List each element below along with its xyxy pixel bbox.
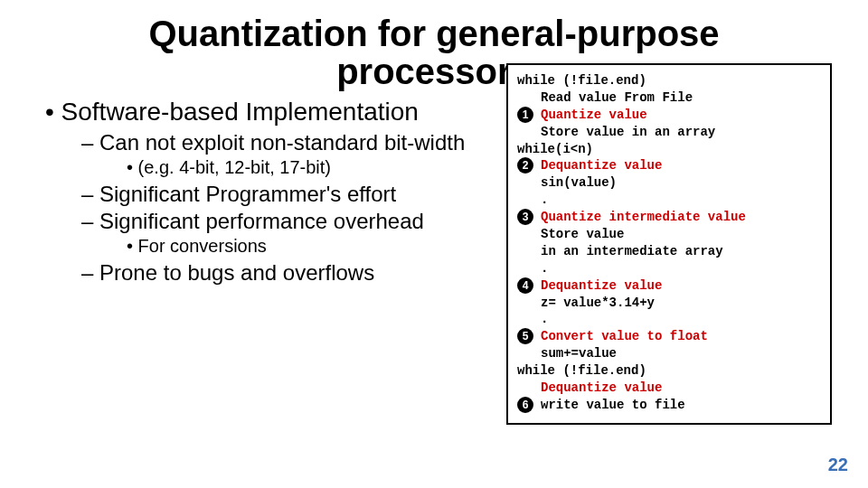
code-text-highlight: Dequantize value (541, 157, 662, 174)
slide: Quantization for general-purpose process… (0, 0, 868, 488)
code-line: 5 Convert value to float (517, 328, 821, 345)
bullet-l2: Prone to bugs and overflows (81, 260, 488, 286)
code-text-highlight: Dequantize value (541, 277, 662, 295)
code-line: while (!file.end) (517, 72, 821, 89)
code-line: 3 Quantize intermediate value (517, 209, 821, 226)
code-box: while (!file.end) Read value From File 1… (506, 63, 832, 425)
bullet-l2: Can not exploit non-standard bit-width (81, 130, 488, 155)
code-text-highlight: Quantize intermediate value (541, 209, 746, 226)
code-line: 1 Quantize value (517, 107, 821, 124)
code-line: sum+=value (517, 345, 821, 362)
code-line: 4 Dequantize value (517, 277, 821, 295)
code-line: sin(value) (517, 174, 821, 192)
code-text: while (!file.end) (517, 72, 646, 89)
code-line: in an intermediate array (517, 243, 821, 260)
code-text: in an intermediate array (541, 243, 723, 260)
code-line: Store value in an array (517, 124, 821, 141)
code-line: Read value From File (517, 89, 821, 107)
code-text: Store value (541, 226, 624, 243)
code-text: write value to file (541, 397, 685, 414)
step-badge: 3 (517, 209, 533, 225)
bullet-l3: (e.g. 4-bit, 12-bit, 17-bit) (127, 157, 488, 178)
code-line: Store value (517, 226, 821, 243)
code-text: Read value From File (541, 89, 693, 107)
step-badge: 5 (517, 328, 533, 344)
step-badge: 4 (517, 277, 533, 294)
code-text: . (541, 260, 548, 277)
code-text: . (541, 311, 548, 328)
code-line: . (517, 192, 821, 209)
code-line: 6 write value to file (517, 397, 821, 414)
slide-body: Software-based Implementation Can not ex… (36, 96, 832, 457)
step-badge: 6 (517, 397, 533, 413)
code-line: while (!file.end) (517, 362, 821, 380)
bullet-area: Software-based Implementation Can not ex… (36, 96, 488, 457)
code-text: z= value*3.14+y (541, 295, 655, 312)
code-text: sin(value) (541, 174, 617, 192)
code-line: while(i<n) (517, 141, 821, 158)
code-area: while (!file.end) Read value From File 1… (506, 96, 832, 457)
code-text-highlight: Convert value to float (541, 328, 708, 345)
code-text-highlight: Dequantize value (541, 380, 662, 397)
step-badge: 1 (517, 107, 533, 123)
code-line: 2 Dequantize value (517, 157, 821, 174)
code-line: z= value*3.14+y (517, 295, 821, 312)
code-text: sum+=value (541, 345, 617, 362)
bullet-list: Software-based Implementation Can not ex… (36, 98, 488, 286)
code-text-highlight: Quantize value (541, 107, 647, 124)
bullet-l2: Significant performance overhead (81, 209, 488, 234)
page-number: 22 (828, 455, 848, 475)
code-text: while(i<n) (517, 141, 593, 158)
bullet-l1: Software-based Implementation (45, 98, 488, 127)
code-line: Dequantize value (517, 380, 821, 397)
code-line: . (517, 311, 821, 328)
code-text: while (!file.end) (517, 362, 646, 380)
bullet-l3: For conversions (127, 236, 488, 257)
step-badge: 2 (517, 157, 533, 174)
code-text: Store value in an array (541, 124, 715, 141)
bullet-l2: Significant Programmer's effort (81, 182, 488, 207)
code-text: . (541, 192, 548, 209)
code-line: . (517, 260, 821, 277)
